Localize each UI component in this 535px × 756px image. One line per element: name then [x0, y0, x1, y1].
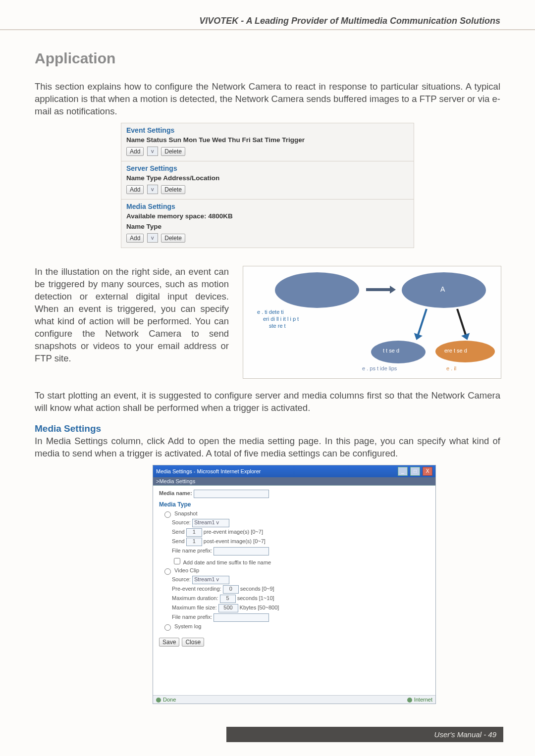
snap-source-select[interactable]: Stream1 v — [192, 519, 229, 527]
server-columns-header: Name Type Address/Location — [126, 174, 409, 182]
event-settings-legend: Event Settings — [126, 126, 409, 134]
ie-status-bar: Done Internet — [153, 695, 435, 704]
media-settings-heading: Media Settings — [35, 423, 500, 434]
clip-source-select[interactable]: Stream1 v — [192, 576, 229, 584]
status-zone: Internet — [414, 697, 432, 703]
event-select-dropdown[interactable]: v — [147, 147, 158, 156]
orange-bubble: ere t se d — [435, 341, 495, 362]
header-band: VIVOTEK - A Leading Provider of Multimed… — [0, 14, 535, 30]
ie-window-title: Media Settings - Microsoft Internet Expl… — [156, 468, 261, 474]
clip-prefix-input[interactable] — [214, 613, 269, 622]
arrow-right-icon — [366, 288, 391, 291]
sub-label-1: e . ps t ide lips — [362, 365, 397, 371]
event-flow-diagram: A e . ti dete ti eri di ll i it l i p t … — [243, 266, 501, 379]
send2-pre: Send — [172, 538, 185, 544]
source-label-1: e . ti dete ti — [257, 309, 284, 316]
server-settings-legend: Server Settings — [126, 164, 409, 172]
illustration-row: In the illustation on the right side, an… — [35, 266, 500, 379]
system-log-label: System log — [174, 623, 201, 629]
max-dur-label: Maximum duration: — [172, 595, 218, 601]
pre-rec-post: seconds [0~9] — [240, 586, 274, 592]
video-clip-radio[interactable] — [164, 568, 171, 575]
server-select-dropdown[interactable]: v — [147, 185, 158, 194]
ie-close-button[interactable]: Close — [182, 638, 204, 647]
clip-source-label: Source: — [172, 576, 191, 582]
source-bubble — [275, 272, 359, 308]
maximize-button[interactable]: □ — [410, 467, 420, 476]
add-date-label: Add date and time suffix to file name — [183, 559, 271, 565]
header-tagline: VIVOTEK - A Leading Provider of Multimed… — [199, 16, 500, 26]
status-done: Done — [163, 697, 176, 703]
max-dur-post: seconds [1~10] — [237, 595, 274, 601]
send2-input[interactable]: 1 — [186, 538, 202, 546]
pre-rec-input[interactable]: 0 — [223, 585, 239, 594]
ie-window: Media Settings - Microsoft Internet Expl… — [153, 465, 436, 704]
event-add-button[interactable]: Add — [126, 147, 144, 156]
plotting-paragraph: To start plotting an event, it is sugges… — [35, 390, 500, 414]
snapshot-option[interactable]: Snapshot — [162, 510, 429, 518]
event-columns-header: Name Status Sun Mon Tue Wed Thu Fri Sat … — [126, 136, 409, 144]
send1-pre: Send — [172, 529, 185, 535]
page-title: Application — [35, 50, 500, 67]
document-page: VIVOTEK - A Leading Provider of Multimed… — [0, 0, 535, 756]
send1-input[interactable]: 1 — [186, 528, 202, 537]
max-size-post: Kbytes [50~800] — [240, 605, 279, 610]
media-columns-header: Name Type — [126, 223, 409, 230]
send2-post: post-event image(s) [0~7] — [204, 538, 266, 544]
max-dur-input[interactable]: 5 — [220, 595, 236, 603]
media-delete-button[interactable]: Delete — [161, 234, 185, 243]
window-controls: _ □ X — [397, 467, 432, 476]
illustration-paragraph: In the illustation on the right side, an… — [35, 266, 229, 365]
close-window-button[interactable]: X — [423, 467, 432, 476]
snapshot-radio[interactable] — [164, 511, 171, 518]
system-log-radio[interactable] — [164, 624, 171, 631]
page-number: User's Manual - 49 — [434, 730, 496, 739]
media-add-button[interactable]: Add — [126, 234, 144, 243]
media-type-legend: Media Type — [159, 501, 429, 508]
ie-body: Media name: Media Type Snapshot Source: … — [153, 486, 435, 695]
snap-prefix-label: File name prefix: — [172, 548, 212, 554]
small-bubble-1-text: t t se d — [383, 348, 399, 353]
system-log-option[interactable]: System log — [162, 623, 429, 631]
footer-band: User's Manual - 49 — [226, 727, 503, 742]
server-add-button[interactable]: Add — [126, 185, 144, 194]
add-date-checkbox[interactable] — [174, 558, 180, 564]
diag-arrow-right — [456, 308, 467, 336]
source-label-2: eri di ll i it l i p t — [263, 316, 299, 323]
media-memory-line: Available memory space: 4800KB — [126, 212, 409, 220]
orange-bubble-text: ere t se d — [444, 348, 467, 353]
intro-paragraph: This section explains how to configure t… — [35, 81, 500, 118]
video-clip-label: Video Clip — [174, 567, 199, 573]
action-bubble-label: A — [440, 285, 445, 293]
ie-titlebar: Media Settings - Microsoft Internet Expl… — [153, 465, 435, 477]
media-select-dropdown[interactable]: v — [147, 233, 158, 243]
ie-save-button[interactable]: Save — [159, 638, 179, 647]
action-bubble: A — [402, 272, 486, 308]
snap-source-label: Source: — [172, 519, 191, 525]
server-settings-block: Server Settings Name Type Address/Locati… — [121, 161, 414, 200]
media-settings-legend: Media Settings — [126, 202, 409, 210]
diag-arrow-left — [417, 308, 428, 336]
source-label-3: ste re t — [269, 323, 286, 330]
minimize-button[interactable]: _ — [398, 467, 408, 476]
media-name-label: Media name: — [159, 490, 192, 496]
snapshot-label: Snapshot — [174, 510, 197, 516]
clip-prefix-label: File name prefix: — [172, 614, 212, 620]
pre-rec-label: Pre-event recording: — [172, 586, 221, 592]
video-clip-option[interactable]: Video Clip — [162, 567, 429, 575]
send1-post: pre-event image(s) [0~7] — [204, 529, 263, 535]
done-icon — [156, 698, 161, 703]
event-settings-block: Event Settings Name Status Sun Mon Tue W… — [121, 123, 414, 161]
media-settings-paragraph: In Media Settings column, click Add to o… — [35, 435, 500, 460]
event-delete-button[interactable]: Delete — [161, 147, 185, 156]
max-size-input[interactable]: 500 — [218, 604, 238, 612]
max-size-label: Maximum file size: — [172, 605, 216, 610]
snap-prefix-input[interactable] — [214, 547, 269, 555]
media-settings-block: Media Settings Available memory space: 4… — [121, 200, 414, 248]
media-name-input[interactable] — [194, 490, 269, 498]
server-delete-button[interactable]: Delete — [161, 185, 185, 194]
content-area: Application This section explains how to… — [0, 30, 535, 704]
sub-label-2: e . il — [446, 365, 456, 371]
small-bubble-1: t t se d — [371, 341, 426, 363]
internet-icon — [407, 698, 412, 703]
